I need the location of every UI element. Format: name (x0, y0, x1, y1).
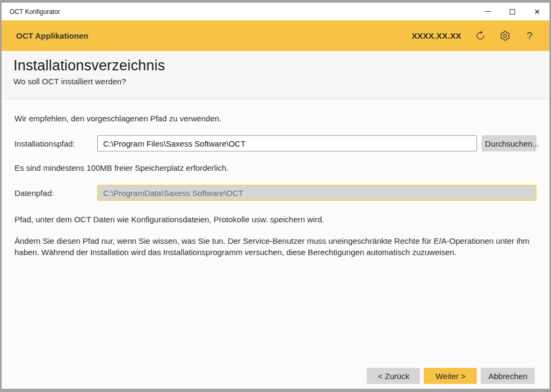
page-title: Installationsverzeichnis (13, 57, 536, 74)
window-titlebar[interactable]: OCT Konfigurator × (2, 3, 549, 20)
install-path-row: Installationspfad: Durchsuchen... (15, 135, 536, 151)
window-controls: × (475, 3, 549, 20)
app-header-actions: XXXX.XX.XX ? (412, 30, 535, 42)
back-button[interactable]: < Zurück (367, 368, 420, 384)
browse-button[interactable]: Durchsuchen... (482, 135, 536, 151)
data-path-label: Datenpfad: (15, 188, 97, 198)
minimize-button[interactable] (475, 3, 500, 20)
data-path-input[interactable] (97, 185, 536, 201)
app-header-bar: OCT Applikationen XXXX.XX.XX ? (2, 20, 549, 51)
next-button[interactable]: Weiter > (424, 368, 477, 384)
intro-text: Wir empfehlen, den vorgeschlagenen Pfad … (15, 114, 536, 123)
wizard-footer: < Zurück Weiter > Abbrechen (2, 368, 549, 389)
gear-icon (499, 30, 511, 41)
maximize-button[interactable] (500, 3, 525, 20)
refresh-button[interactable] (474, 30, 486, 42)
cancel-button[interactable]: Abbrechen (481, 368, 535, 384)
page-subtitle: Wo soll OCT installiert werden? (13, 77, 536, 86)
minimize-icon (485, 11, 491, 12)
close-button[interactable]: × (525, 3, 549, 20)
data-path-row: Datenpfad: (15, 185, 536, 201)
window-title: OCT Konfigurator (10, 8, 60, 16)
close-icon: × (534, 6, 540, 17)
install-path-label: Installationspfad: (15, 139, 97, 148)
page-content: Wir empfehlen, den vorgeschlagenen Pfad … (2, 99, 549, 368)
help-icon: ? (527, 30, 533, 42)
data-path-note: Pfad, unter dem OCT Daten wie Konfigurat… (15, 215, 536, 224)
disk-space-note: Es sind mindestens 100MB freier Speicher… (15, 163, 536, 172)
refresh-icon (475, 30, 486, 41)
data-path-warning: Ändern Sie diesen Pfad nur, wenn Sie wis… (15, 235, 536, 258)
install-path-input[interactable] (97, 135, 477, 151)
help-button[interactable]: ? (524, 30, 535, 42)
app-title: OCT Applikationen (16, 31, 88, 40)
settings-button[interactable] (499, 30, 511, 42)
maximize-icon (510, 9, 515, 14)
page-header: Installationsverzeichnis Wo soll OCT ins… (2, 51, 549, 99)
installer-window: OCT Konfigurator × OCT Applikationen XXX… (0, 0, 551, 392)
version-label: XXXX.XX.XX (412, 31, 461, 40)
